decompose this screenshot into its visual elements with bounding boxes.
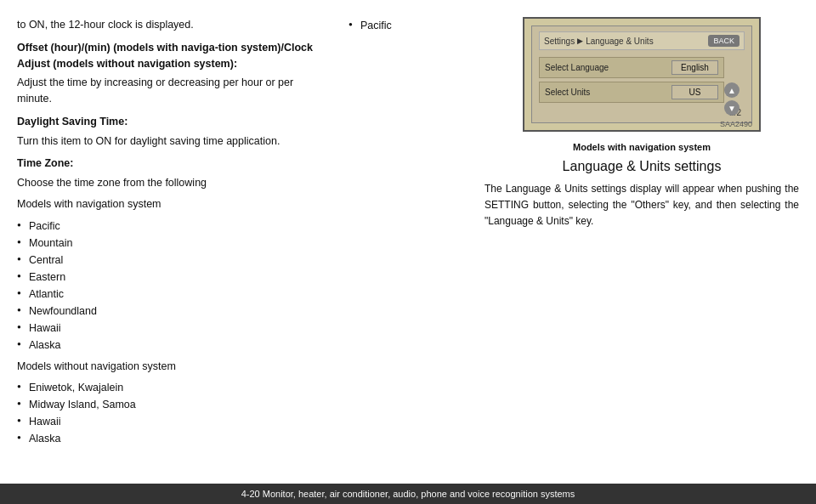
breadcrumb-arrow: ▶ — [577, 37, 583, 45]
page-indicator: 1/2 — [539, 108, 745, 117]
section-title: Language & Units settings — [563, 159, 722, 174]
scroll-up-btn[interactable]: ▲ — [724, 82, 740, 98]
select-units-label: Select Units — [545, 88, 672, 97]
list-item: Mountain — [17, 235, 327, 252]
list-item: Alaska — [17, 430, 327, 447]
back-button[interactable]: BACK — [708, 35, 740, 47]
scroll-down-btn[interactable]: ▼ — [724, 100, 740, 116]
nav-diagram: Settings ▶ Language & Units BACK Select … — [523, 17, 761, 132]
diagram-caption: Models with navigation system — [573, 142, 711, 152]
list-item: Eastern — [17, 269, 327, 286]
list-item: Hawaii — [17, 320, 327, 337]
list-item: Eniwetok, Kwajalein — [17, 379, 327, 396]
list-item: Alaska — [17, 337, 327, 354]
intro-text: to ON, the 12-hour clock is displayed. — [17, 17, 327, 33]
select-language-label: Select Language — [545, 63, 672, 72]
section3-heading: Time Zone: — [17, 156, 327, 172]
list-item: Hawaii — [17, 413, 327, 430]
no-nav-system-label: Models without navigation system — [17, 359, 327, 375]
footer-text: 4-20 Monitor, heater, air conditioner, a… — [241, 489, 575, 499]
section1-heading: Offset (hour)/(min) (models with naviga-… — [17, 40, 327, 72]
footer-bar: 4-20 Monitor, heater, air conditioner, a… — [0, 484, 816, 504]
nav-top-bar: Settings ▶ Language & Units BACK — [539, 31, 745, 50]
diagram-wrapper: Settings ▶ Language & Units BACK Select … — [523, 17, 761, 137]
select-language-row: Select Language English — [539, 57, 724, 78]
list-item: Central — [17, 252, 327, 269]
diagram-id: SAA2490 — [720, 120, 752, 128]
section2-text: Turn this item to ON for daylight saving… — [17, 133, 327, 150]
list-item: Pacific — [17, 218, 327, 235]
nav-system-label: Models with navigation system — [17, 196, 327, 212]
select-units-row: Select Units US — [539, 82, 724, 103]
section-text: The Language & Units settings display wi… — [484, 181, 799, 230]
middle-column: Pacific — [340, 17, 476, 475]
list-item: Midway Island, Samoa — [17, 396, 327, 413]
section2-heading: Daylight Saving Time: — [17, 114, 327, 130]
scroll-controls: ▲ ▼ — [724, 82, 740, 116]
list-item: Atlantic — [17, 286, 327, 303]
nav-bullets-list: PacificMountainCentralEasternAtlanticNew… — [17, 218, 327, 354]
right-column: Settings ▶ Language & Units BACK Select … — [476, 17, 799, 475]
list-item: Newfoundland — [17, 303, 327, 320]
nav-breadcrumb: Settings ▶ Language & Units — [544, 37, 654, 46]
section3-intro: Choose the time zone from the following — [17, 175, 327, 191]
select-units-value: US — [672, 85, 718, 99]
breadcrumb-end: Language & Units — [586, 37, 654, 46]
nav-screen: Settings ▶ Language & Units BACK Select … — [531, 25, 752, 123]
middle-bullet-list: Pacific — [348, 17, 476, 34]
no-nav-bullets-list: Eniwetok, KwajaleinMidway Island, SamoaH… — [17, 379, 327, 447]
middle-bullet-pacific: Pacific — [348, 17, 476, 34]
section1-text: Adjust the time by increasing or decreas… — [17, 75, 327, 107]
left-column: to ON, the 12-hour clock is displayed. O… — [17, 17, 340, 475]
breadcrumb-start: Settings — [544, 37, 575, 46]
select-language-value: English — [672, 60, 718, 75]
